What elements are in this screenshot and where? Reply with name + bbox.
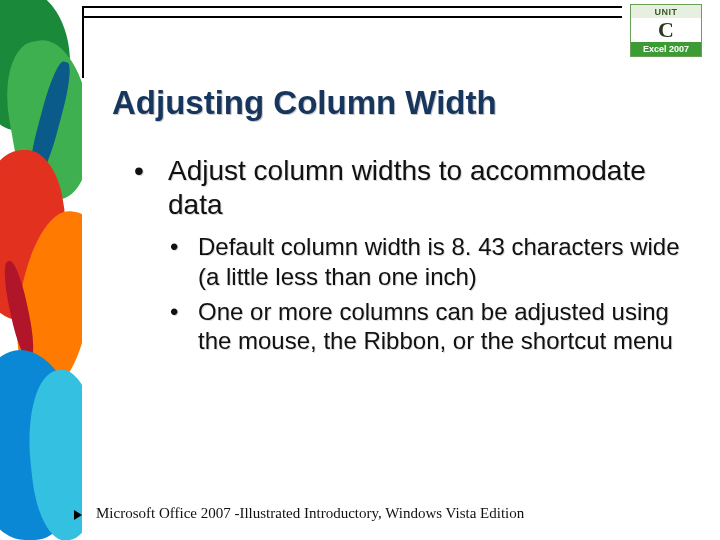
bullet-level2: Default column width is 8. 43 characters…	[168, 232, 690, 291]
divider	[82, 6, 84, 78]
bullet-level2: One or more columns can be adjusted usin…	[168, 297, 690, 356]
divider	[82, 6, 622, 8]
slide-body: Adjust column widths to accommodate data…	[130, 154, 690, 369]
unit-badge: UNIT C Excel 2007	[630, 4, 702, 57]
product-label: Excel 2007	[631, 42, 701, 56]
decorative-art-strip	[0, 0, 82, 540]
footer-marker-icon	[74, 510, 82, 520]
bullet-text: Default column width is 8. 43 characters…	[198, 233, 680, 289]
bullet-text: One or more columns can be adjusted usin…	[198, 298, 673, 354]
footer-text: Microsoft Office 2007 -Illustrated Intro…	[96, 505, 524, 522]
divider	[82, 16, 622, 18]
unit-letter: C	[631, 18, 701, 42]
bullet-level1: Adjust column widths to accommodate data…	[130, 154, 690, 355]
slide-title: Adjusting Column Width	[112, 84, 497, 122]
bullet-text: Adjust column widths to accommodate data	[168, 155, 646, 220]
slide: UNIT C Excel 2007 Adjusting Column Width…	[0, 0, 720, 540]
